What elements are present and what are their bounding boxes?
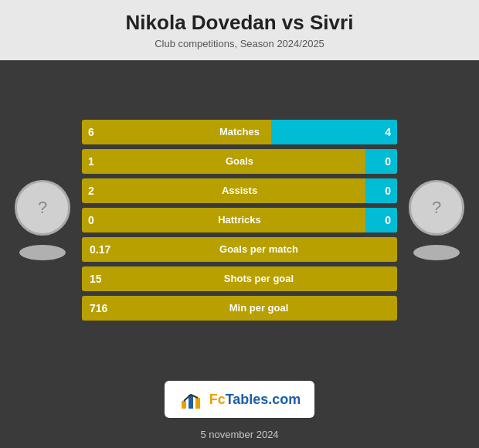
match-subtitle: Club competitions, Season 2024/2025 (0, 38, 479, 60)
shots-per-goal-val: 15 (82, 273, 121, 285)
player-left-avatar: ? (15, 180, 70, 236)
page-title-section: Nikola Dovedan vs Sivri Club competition… (0, 0, 479, 60)
goals-per-match-bar: 0.17 Goals per match (82, 237, 397, 262)
assists-bar: 2 Assists 0 (82, 178, 397, 203)
stat-row-goals: 1 Goals 0 (82, 149, 397, 174)
svg-rect-0 (182, 401, 186, 409)
matches-left-val: 6 (82, 126, 110, 138)
stat-row-matches: 6 Matches 4 (82, 120, 397, 144)
player-right-shadow (413, 245, 460, 260)
hattricks-bar: 0 Hattricks 0 (82, 208, 397, 232)
shots-per-goal-bar: 15 Shots per goal (82, 266, 397, 291)
player-right-avatar: ? (409, 180, 464, 236)
hattricks-left-val: 0 (82, 214, 110, 226)
goals-left-val: 1 (82, 155, 110, 168)
min-per-goal-val: 716 (82, 302, 121, 314)
matches-right-val: 4 (369, 126, 397, 138)
shots-per-goal-label: Shots per goal (121, 273, 397, 284)
logo-text: FcTables.com (209, 392, 301, 408)
min-per-goal-label: Min per goal (121, 302, 397, 314)
stat-row-shots-per-goal: 15 Shots per goal (82, 266, 397, 291)
stat-row-goals-per-match: 0.17 Goals per match (82, 237, 397, 262)
assists-label: Assists (110, 185, 369, 196)
hattricks-label: Hattricks (110, 214, 369, 226)
stats-section: 6 Matches 4 1 Goals 0 2 Assists 0 (77, 120, 402, 321)
svg-rect-2 (195, 398, 200, 409)
fctables-chart-icon (178, 387, 203, 412)
matches-bar: 6 Matches 4 (82, 120, 397, 144)
logo-tables: Tables.com (226, 392, 301, 407)
player-left-icon: ? (38, 198, 47, 218)
fctables-logo: FcTables.com (165, 381, 315, 418)
matches-label: Matches (110, 126, 369, 137)
goals-per-match-val: 0.17 (82, 243, 121, 256)
player-right-section: ? (402, 180, 471, 260)
stat-row-min-per-goal: 716 Min per goal (82, 296, 397, 321)
logo-section: FcTables.com (0, 381, 479, 418)
assists-left-val: 2 (82, 185, 110, 197)
goals-right-val: 0 (369, 155, 397, 168)
match-title: Nikola Dovedan vs Sivri (0, 0, 479, 38)
min-per-goal-bar: 716 Min per goal (82, 296, 397, 321)
main-content: ? 6 Matches 4 1 Goals 0 2 (0, 60, 479, 373)
footer-date: 5 november 2024 (0, 423, 479, 448)
assists-right-val: 0 (369, 185, 397, 197)
goals-label: Goals (110, 155, 369, 167)
player-right-icon: ? (432, 198, 441, 218)
stat-row-assists: 2 Assists 0 (82, 178, 397, 203)
player-left-section: ? (8, 180, 77, 260)
logo-fc: Fc (209, 392, 226, 407)
player-left-shadow (19, 245, 66, 260)
goals-per-match-label: Goals per match (121, 243, 397, 255)
stat-row-hattricks: 0 Hattricks 0 (82, 208, 397, 232)
hattricks-right-val: 0 (369, 214, 397, 226)
goals-bar: 1 Goals 0 (82, 149, 397, 174)
